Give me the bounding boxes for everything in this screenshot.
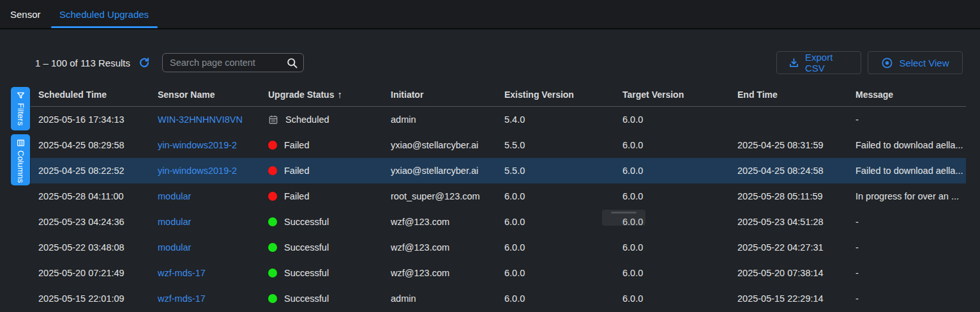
table-row[interactable]: 2025-05-23 04:24:36modularSuccessfulwzf@… <box>31 209 966 235</box>
toolbar: 1 – 100 of 113 Results Export CSV <box>35 51 963 74</box>
sensor-link[interactable]: modular <box>158 217 191 227</box>
cell-message: - <box>848 107 966 132</box>
cell-message: - <box>848 209 966 235</box>
sidebar-tab-filters[interactable]: Filters <box>11 87 30 130</box>
cell-initiator: wzf@123.com <box>383 235 497 260</box>
column-header-target-version[interactable]: Target Version <box>615 82 730 106</box>
cell-message: In progress for over an ... <box>848 183 966 209</box>
sidebar-tab-columns[interactable]: Columns <box>11 134 30 185</box>
filters-label: Filters <box>17 103 25 125</box>
cell-end-time <box>730 107 848 132</box>
status-label: Successful <box>284 242 329 253</box>
cell-target-version: 6.0.0 <box>615 107 730 132</box>
cell-end-time: 2025-05-15 22:29:14 <box>730 286 848 311</box>
export-csv-label: Export CSV <box>805 52 849 74</box>
sensor-link[interactable]: modular <box>158 191 191 201</box>
cell-message: - <box>848 235 966 260</box>
cell-scheduled-time: 2025-05-15 22:01:09 <box>31 286 150 311</box>
table-row[interactable]: 2025-04-25 08:29:58yin-windows2019-2Fail… <box>31 132 966 158</box>
status-label: Failed <box>284 191 310 201</box>
sensor-link[interactable]: yin-windows2019-2 <box>158 140 237 150</box>
cell-initiator: wzf@123.com <box>383 260 497 286</box>
success-dot-icon <box>268 294 277 303</box>
table-row[interactable]: 2025-05-15 22:01:09wzf-mds-17Successfula… <box>31 286 966 311</box>
status-label: Failed <box>284 140 310 150</box>
cell-upgrade-status: Failed <box>260 158 383 183</box>
cell-message: Failed to download aella... <box>848 132 966 158</box>
cell-message: - <box>848 286 966 311</box>
sensor-link[interactable]: yin-windows2019-2 <box>158 166 237 176</box>
column-header-initiator[interactable]: Initiator <box>383 82 497 106</box>
table-row[interactable]: 2025-05-28 04:11:00modularFailedroot_sup… <box>31 183 966 209</box>
cell-initiator: wzf@123.com <box>383 209 497 235</box>
cell-initiator: admin <box>383 286 497 311</box>
search-icon[interactable] <box>286 57 298 72</box>
tab-scheduled-upgrades[interactable]: Scheduled Upgrades <box>59 0 149 28</box>
cell-target-version: 6.0.0 <box>615 209 730 235</box>
cell-scheduled-time: 2025-05-20 07:21:49 <box>31 260 150 286</box>
status-label: Successful <box>284 217 329 227</box>
column-header-existing-version[interactable]: Existing Version <box>497 82 615 106</box>
results-count: 1 – 100 of 113 Results <box>35 58 130 68</box>
columns-label: Columns <box>17 150 25 183</box>
cell-upgrade-status: Successful <box>260 286 383 311</box>
cell-scheduled-time: 2025-04-25 08:22:52 <box>31 158 150 183</box>
top-tab-bar: Sensor Scheduled Upgrades <box>0 0 980 29</box>
success-dot-icon <box>268 217 277 226</box>
cell-upgrade-status: Failed <box>260 183 383 209</box>
cell-scheduled-time: 2025-05-16 17:34:13 <box>31 107 150 132</box>
cell-upgrade-status: Successful <box>260 235 383 260</box>
status-label: Scheduled <box>285 114 329 125</box>
column-header-upgrade-status[interactable]: Upgrade Status↑ <box>260 82 383 106</box>
cell-existing-version: 5.4.0 <box>497 107 615 132</box>
active-tab-underline <box>51 26 158 28</box>
cell-target-version: 6.0.0 <box>615 183 730 209</box>
select-view-label: Select View <box>899 58 949 68</box>
cell-initiator: admin <box>383 107 497 132</box>
cell-initiator: yxiao@stellarcyber.ai <box>383 158 497 183</box>
tab-sensor[interactable]: Sensor <box>10 0 41 28</box>
cell-sensor-name: modular <box>150 235 260 260</box>
cell-end-time: 2025-04-25 08:24:58 <box>730 158 848 183</box>
cell-initiator: yxiao@stellarcyber.ai <box>383 132 497 158</box>
cell-target-version: 6.0.0 <box>615 158 730 183</box>
sensor-link[interactable]: WIN-32HNHNVI8VN <box>158 114 243 125</box>
arrow-up-icon: ↑ <box>337 89 342 100</box>
download-icon <box>788 58 799 68</box>
column-header-message[interactable]: Message <box>848 82 966 106</box>
table-row[interactable]: 2025-05-20 07:21:49wzf-mds-17Successfulw… <box>31 260 966 286</box>
cell-scheduled-time: 2025-05-23 04:24:36 <box>31 209 150 235</box>
table-row[interactable]: 2025-05-16 17:34:13WIN-32HNHNVI8VNSchedu… <box>31 107 966 132</box>
status-label: Successful <box>284 268 329 278</box>
table-row[interactable]: 2025-04-25 08:22:52yin-windows2019-2Fail… <box>31 158 966 183</box>
scheduled-upgrades-table: Scheduled TimeSensor NameUpgrade Status↑… <box>31 82 966 311</box>
table-body: 2025-05-16 17:34:13WIN-32HNHNVI8VNSchedu… <box>31 107 966 311</box>
failed-dot-icon <box>268 141 277 150</box>
sensor-link[interactable]: wzf-mds-17 <box>158 268 206 278</box>
cell-existing-version: 6.0.0 <box>497 235 615 260</box>
column-header-scheduled-time[interactable]: Scheduled Time <box>31 82 150 106</box>
cell-sensor-name: wzf-mds-17 <box>150 260 260 286</box>
column-header-sensor-name[interactable]: Sensor Name <box>150 82 260 106</box>
cell-upgrade-status: Successful <box>260 209 383 235</box>
refresh-icon[interactable] <box>138 56 151 69</box>
cell-scheduled-time: 2025-05-22 03:48:08 <box>31 235 150 260</box>
select-view-button[interactable]: Select View <box>868 51 963 74</box>
export-csv-button[interactable]: Export CSV <box>776 51 861 74</box>
table-header-row: Scheduled TimeSensor NameUpgrade Status↑… <box>31 82 966 107</box>
sensor-link[interactable]: modular <box>158 242 191 253</box>
cell-end-time: 2025-05-20 07:38:14 <box>730 260 848 286</box>
cell-upgrade-status: Scheduled <box>260 107 383 132</box>
status-label: Failed <box>284 166 310 176</box>
success-dot-icon <box>268 243 277 252</box>
cell-end-time: 2025-05-22 04:27:31 <box>730 235 848 260</box>
cell-target-version: 6.0.0 <box>615 132 730 158</box>
column-header-end-time[interactable]: End Time <box>730 82 848 106</box>
cell-sensor-name: modular <box>150 183 260 209</box>
cell-target-version: 6.0.0 <box>615 286 730 311</box>
table-row[interactable]: 2025-05-22 03:48:08modularSuccessfulwzf@… <box>31 235 966 260</box>
cell-existing-version: 6.0.0 <box>497 260 615 286</box>
eye-icon <box>881 57 893 69</box>
sensor-link[interactable]: wzf-mds-17 <box>158 293 206 304</box>
cell-sensor-name: wzf-mds-17 <box>150 286 260 311</box>
